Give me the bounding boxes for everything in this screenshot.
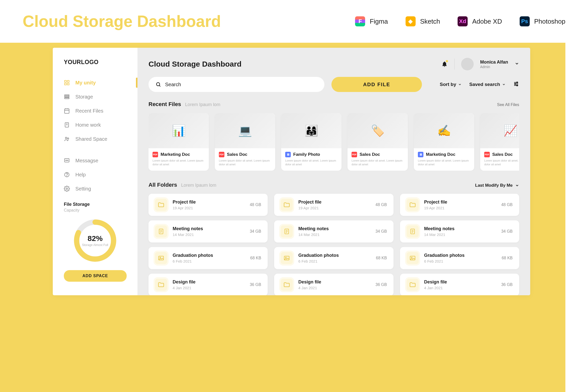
storage-percent: 82% bbox=[87, 234, 103, 243]
svg-point-17 bbox=[66, 160, 66, 161]
search-icon bbox=[156, 82, 161, 87]
folder-size: 34 GB bbox=[375, 229, 387, 234]
folders-sort-dropdown[interactable]: Last Modify By Me bbox=[475, 183, 519, 188]
file-card[interactable]: 👨‍👩‍👧🖼Family PhotoLorem ipsum dolor sit … bbox=[281, 113, 341, 171]
folder-size: 68 KB bbox=[376, 256, 387, 260]
svg-rect-6 bbox=[65, 98, 69, 99]
controls-row: ADD FILE Sort by Saved search bbox=[149, 77, 519, 92]
svg-rect-4 bbox=[65, 95, 69, 96]
storage-subtitle: Capacity bbox=[64, 208, 126, 213]
folder-card[interactable]: Design file4 Jan 202136 GB bbox=[400, 274, 519, 295]
folder-date: 19 Apr 2021 bbox=[173, 206, 244, 210]
folder-name: Graduation photos bbox=[173, 253, 245, 258]
nav-item-help[interactable]: Help bbox=[53, 168, 137, 182]
avatar[interactable] bbox=[461, 58, 474, 70]
folder-card[interactable]: Meeting notes14 Mar 202134 GB bbox=[149, 220, 268, 242]
folder-card[interactable]: Design file4 Jan 202136 GB bbox=[274, 274, 393, 295]
search-input[interactable] bbox=[165, 82, 317, 87]
sidebar: YOURLOGO My unityStorageRecent FilesHome… bbox=[53, 48, 137, 295]
file-card[interactable]: 💻PDFSales DocLorem ipsum dolor sit amet.… bbox=[215, 113, 275, 171]
folder-name: Project file bbox=[298, 200, 370, 205]
folders-header: All FoldersLorem Ipaum lom Last Modify B… bbox=[149, 182, 519, 188]
nav-item-recent-files[interactable]: Recent Files bbox=[53, 104, 137, 118]
folder-size: 68 KB bbox=[250, 256, 261, 260]
svg-point-50 bbox=[411, 257, 412, 258]
folder-card[interactable]: Graduation photos6 Feb 202168 KB bbox=[149, 247, 268, 269]
svg-rect-5 bbox=[65, 96, 69, 97]
sort-by-dropdown[interactable]: Sort by bbox=[440, 82, 462, 87]
folder-card[interactable]: Meeting notes14 Mar 202134 GB bbox=[274, 220, 393, 242]
nav-item-setting[interactable]: Setting bbox=[53, 182, 137, 196]
see-all-files-link[interactable]: See All Files bbox=[497, 103, 519, 107]
nav-item-home-work[interactable]: Home work bbox=[53, 118, 137, 132]
search-wrap bbox=[149, 77, 324, 92]
nav-item-my-unity[interactable]: My unity bbox=[53, 76, 137, 90]
file-card[interactable]: 📈PDFSales DocLorem ipsum dolor sit amet.… bbox=[480, 113, 519, 171]
topbar: Cloud Storage Dashboard Monica Alfan Adm… bbox=[149, 58, 519, 70]
folder-size: 68 KB bbox=[502, 256, 513, 260]
folders-grid: Project file19 Apr 202148 GBProject file… bbox=[149, 194, 519, 295]
file-description: Lorem ipsum dolor sit amet. Lorem ipsum … bbox=[219, 159, 271, 167]
nav-label: Help bbox=[75, 172, 86, 178]
nav-icon bbox=[64, 94, 70, 100]
nav-icon bbox=[64, 80, 70, 86]
pdf-badge-icon: PDF bbox=[352, 152, 357, 157]
file-card[interactable]: ✍️🖼Marketing DocLorem ipsum dolor sit am… bbox=[414, 113, 474, 171]
folder-date: 6 Feb 2021 bbox=[173, 259, 245, 263]
file-thumbnail: 📊 bbox=[149, 113, 209, 148]
file-card[interactable]: 🏷️PDFSales DocLorem ipsum dolor sit amet… bbox=[348, 113, 408, 171]
user-name: Monica Alfan bbox=[480, 60, 508, 65]
filter-icon[interactable] bbox=[513, 81, 519, 88]
file-description: Lorem ipsum dolor sit amet. Lorem ipsum … bbox=[418, 159, 470, 167]
folder-name: Graduation photos bbox=[298, 253, 370, 258]
folder-size: 48 GB bbox=[250, 203, 261, 207]
pdf-badge-icon: PDF bbox=[219, 152, 224, 157]
folder-name: Meeting notes bbox=[424, 226, 496, 231]
svg-point-30 bbox=[517, 82, 518, 83]
svg-point-25 bbox=[157, 83, 160, 86]
nav-secondary: MessagseHelpSetting bbox=[53, 154, 137, 196]
app-figma[interactable]: FFigma bbox=[355, 16, 388, 26]
ps-icon: Ps bbox=[520, 16, 530, 26]
app-photoshop[interactable]: PsPhotoshop bbox=[520, 16, 565, 26]
nav-item-storage[interactable]: Storage bbox=[53, 90, 137, 104]
file-thumbnail: ✍️ bbox=[414, 113, 474, 148]
user-menu-chevron-icon[interactable] bbox=[515, 61, 519, 67]
svg-rect-0 bbox=[65, 80, 66, 82]
svg-point-31 bbox=[515, 83, 516, 84]
folder-name: Design file bbox=[298, 279, 370, 285]
nav-item-messagse[interactable]: Messagse bbox=[53, 154, 137, 168]
nav-label: Recent Files bbox=[75, 108, 103, 114]
svg-rect-3 bbox=[67, 83, 69, 85]
file-name: Family Photo bbox=[293, 152, 320, 157]
doc-icon bbox=[407, 225, 419, 237]
folder-card[interactable]: Project file19 Apr 202148 GB bbox=[274, 194, 393, 216]
app-xd[interactable]: XdAdobe XD bbox=[458, 16, 502, 26]
folder-card[interactable]: Project file19 Apr 202148 GB bbox=[400, 194, 519, 216]
folder-card[interactable]: Graduation photos6 Feb 202168 KB bbox=[400, 247, 519, 269]
app-sketch[interactable]: ◆Sketch bbox=[406, 16, 440, 26]
folder-date: 19 Apr 2021 bbox=[298, 206, 370, 210]
folder-icon bbox=[155, 199, 167, 211]
sort-group: Sort by Saved search bbox=[440, 81, 519, 88]
folder-card[interactable]: Meeting notes14 Mar 202134 GB bbox=[400, 220, 519, 242]
notifications-icon[interactable] bbox=[441, 61, 448, 67]
file-card[interactable]: 📊PDFMarketing DocLorem ipsum dolor sit a… bbox=[149, 113, 209, 171]
nav-icon bbox=[64, 172, 70, 178]
image-badge-icon: 🖼 bbox=[285, 152, 291, 157]
folders-subtitle: Lorem Ipaum lom bbox=[181, 183, 216, 188]
saved-search-dropdown[interactable]: Saved search bbox=[469, 82, 506, 87]
folder-card[interactable]: Design file4 Jan 202136 GB bbox=[149, 274, 268, 295]
folder-icon bbox=[281, 279, 293, 291]
folder-card[interactable]: Project file19 Apr 202148 GB bbox=[149, 194, 268, 216]
file-name: Marketing Doc bbox=[426, 152, 455, 157]
storage-title: File Storage bbox=[64, 202, 126, 207]
folder-icon bbox=[407, 199, 419, 211]
add-space-button[interactable]: ADD SPACE bbox=[64, 270, 127, 282]
file-thumbnail: 💻 bbox=[215, 113, 275, 148]
folder-icon bbox=[281, 199, 293, 211]
folder-card[interactable]: Graduation photos6 Feb 202168 KB bbox=[274, 247, 393, 269]
nav-primary: My unityStorageRecent FilesHome workShar… bbox=[53, 76, 137, 146]
nav-item-shared-space[interactable]: Shared Space bbox=[53, 132, 137, 146]
add-file-button[interactable]: ADD FILE bbox=[331, 77, 422, 92]
